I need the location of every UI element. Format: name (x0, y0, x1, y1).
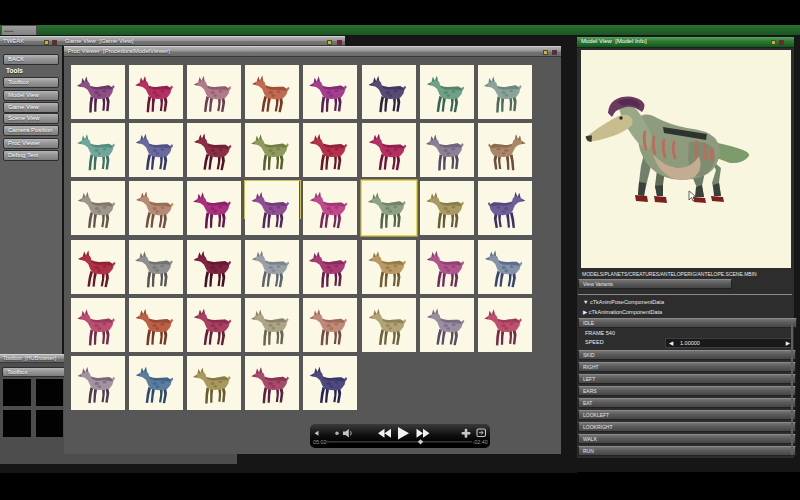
svg-text:05:02: 05:02 (313, 439, 327, 445)
svg-text:-02:40: -02:40 (473, 439, 488, 445)
